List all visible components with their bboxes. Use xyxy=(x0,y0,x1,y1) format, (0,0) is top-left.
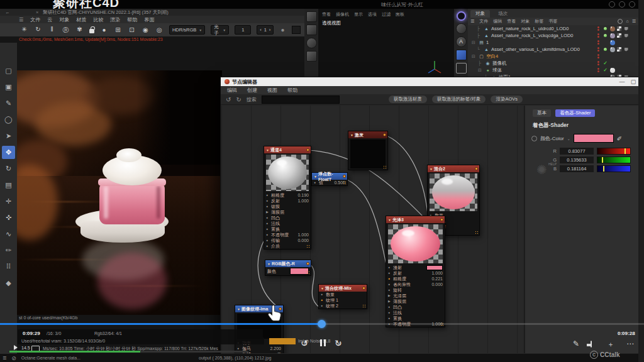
texture-tag-icon[interactable] xyxy=(617,26,621,31)
viewport-menu-item[interactable]: 面板 xyxy=(396,11,404,18)
tool-icon[interactable]: ↻ xyxy=(2,162,15,175)
color-channel-row[interactable]: G 0.135633 xyxy=(550,155,640,164)
visibility-check-icon[interactable]: ✓ xyxy=(603,60,608,66)
minimize-button[interactable]: — xyxy=(616,79,628,85)
color-channel-row[interactable]: B 0.181164 xyxy=(550,164,640,173)
tool-icon[interactable]: ✛ xyxy=(2,195,15,208)
object-label[interactable]: Asset_other_various_L_ukmifdmva_LOD0 xyxy=(491,47,580,52)
maximize-button[interactable]: ▢ xyxy=(628,79,639,85)
layer-dots-icon[interactable] xyxy=(597,40,599,45)
output-socket[interactable] xyxy=(383,133,386,136)
undo-icon[interactable]: ↺ xyxy=(226,96,231,103)
enabled-dot-icon[interactable] xyxy=(604,48,607,51)
hamburger-icon[interactable]: ☰ xyxy=(3,356,6,361)
tool-icon[interactable]: ▣ xyxy=(2,80,15,94)
viewport-menu-item[interactable]: 显示 xyxy=(354,11,363,18)
enabled-dot-icon[interactable] xyxy=(604,34,607,37)
object-label[interactable]: 球体 xyxy=(492,67,502,74)
om-menu-item[interactable]: 标签 xyxy=(535,18,543,25)
live-viewer-icon[interactable] xyxy=(457,11,466,21)
perspective-viewport[interactable]: 查看摄像机显示选项过滤面板 透视视图 xyxy=(318,9,454,77)
tab-objects[interactable]: 对象 xyxy=(470,10,490,18)
material-ball-icon[interactable] xyxy=(610,33,615,38)
menu-item[interactable]: 界面 xyxy=(144,16,154,23)
ne-menu-item[interactable]: 创建 xyxy=(247,87,257,94)
node-param-row[interactable]: ●介质 xyxy=(264,243,311,249)
node-glossy3[interactable]: ▼光泽3 ●漫射 ●反射1.000 ●粗糙度0.221 ●各向异性0.000 ●… xyxy=(386,216,445,327)
tool-icon[interactable]: ✎ xyxy=(2,97,15,110)
home-icon[interactable]: ⌂ xyxy=(626,19,628,24)
get-active-tag-object-button[interactable]: 获取激活的标签/对象 xyxy=(432,96,486,103)
square-outline-icon[interactable] xyxy=(456,63,467,74)
tab-takes[interactable]: 场次 xyxy=(493,10,513,18)
cube-icon[interactable] xyxy=(306,25,317,35)
annotate-pencil-button[interactable]: ✎ xyxy=(573,339,579,348)
menu-item[interactable]: 渲染 xyxy=(110,16,120,23)
colorspace-select[interactable]: HDR/sRGB▼ xyxy=(169,25,205,35)
node-editor-titlebar[interactable]: 节点编辑器 — ▢ xyxy=(221,77,639,86)
node-search-input[interactable] xyxy=(262,96,340,104)
help-pinwheel-icon[interactable]: ✺ xyxy=(534,161,549,178)
channel-value[interactable]: 0.181164 xyxy=(560,165,594,172)
resize-grip[interactable] xyxy=(306,271,310,275)
om-menu-item[interactable]: 文件 xyxy=(479,18,488,25)
menu-item[interactable]: 对象 xyxy=(59,16,69,23)
viewport-menu-item[interactable]: 选项 xyxy=(368,11,377,18)
tag-flag-icon[interactable] xyxy=(625,34,628,38)
toolbar-icon[interactable]: ◉ xyxy=(142,26,150,33)
object-label[interactable]: 摄像机 xyxy=(492,60,507,67)
a-badge-icon[interactable]: A xyxy=(456,36,467,47)
om-menu-item[interactable]: 编辑 xyxy=(493,18,502,25)
output-socket[interactable] xyxy=(475,167,478,170)
channel-value[interactable]: 0.83077 xyxy=(560,148,594,155)
ne-menu-item[interactable]: 编辑 xyxy=(227,87,237,94)
channel-value[interactable]: 0.135633 xyxy=(560,156,594,163)
pip-button[interactable] xyxy=(591,341,592,348)
sphere-icon[interactable] xyxy=(306,38,317,48)
layer-dots-icon[interactable] xyxy=(597,68,599,72)
node-param-row[interactable]: ●纹理 2 xyxy=(319,303,367,309)
material-ball-icon[interactable] xyxy=(610,40,615,45)
tab-shader[interactable]: 着色器-Shader xyxy=(555,109,595,117)
octane-live-viewer[interactable] xyxy=(17,70,222,315)
seekbar-played[interactable] xyxy=(0,323,322,325)
texture-tag-icon[interactable] xyxy=(617,47,621,52)
om-menu-item[interactable]: 书签 xyxy=(548,18,557,25)
skip-back-button[interactable]: ↺10 xyxy=(301,338,308,348)
tool-icon[interactable]: ◆ xyxy=(2,277,15,290)
material-ball-icon[interactable] xyxy=(610,68,615,73)
node-rgb-color[interactable]: ▼RGB颜色-R 颜色 xyxy=(265,260,311,276)
resize-grip[interactable] xyxy=(343,181,347,185)
hamburger-icon[interactable]: ☰ xyxy=(470,19,474,24)
toolbar-icon[interactable]: ↻ xyxy=(34,26,42,35)
object-tree-row[interactable]: ├ ◉ 摄像机 ✓ xyxy=(468,60,638,67)
cube-icon[interactable] xyxy=(306,11,317,22)
viewport-menu-item[interactable]: 过滤 xyxy=(382,11,391,18)
object-label[interactable]: 1 xyxy=(486,40,489,45)
color-socket-icon[interactable] xyxy=(531,136,537,141)
frame-input[interactable]: 1 xyxy=(235,25,251,35)
texture-tag-icon[interactable] xyxy=(617,33,621,38)
layer-dots-icon[interactable] xyxy=(597,33,599,38)
object-tree-row[interactable]: ├ ▲ Asset_nature_rock_L_uldrcd0_LOD0 ✓ xyxy=(468,25,638,32)
cube-icon[interactable] xyxy=(306,51,317,62)
toolbar-icon[interactable]: ‖ xyxy=(48,26,56,35)
menu-item[interactable]: 帮助 xyxy=(127,16,137,23)
tool-icon[interactable]: ⠿ xyxy=(2,260,15,273)
toolbar-icon[interactable]: ✳ xyxy=(20,26,28,35)
tool-icon[interactable]: ∿ xyxy=(2,228,15,241)
object-tree-row[interactable]: ⊟ ● 球体 ✓ xyxy=(468,67,638,74)
node-emission[interactable]: ▼激发 xyxy=(348,131,388,170)
ne-menu-item[interactable]: 视图 xyxy=(267,87,277,94)
tab-basic[interactable]: 基本 xyxy=(533,109,551,117)
output-socket[interactable] xyxy=(306,148,309,151)
seekbar-remaining[interactable] xyxy=(322,323,644,325)
caret-icon[interactable]: ⌄ xyxy=(567,136,570,141)
resize-grip[interactable] xyxy=(475,231,479,234)
skip-forward-button[interactable]: ↻30 xyxy=(335,338,342,348)
tag-flag-icon[interactable] xyxy=(625,48,628,52)
render-aovs-button[interactable]: 渲染AOVs xyxy=(491,96,523,103)
lock-icon[interactable] xyxy=(89,29,94,33)
menu-item[interactable]: 文件 xyxy=(30,16,40,23)
node-mix-texture[interactable]: ▼混合纹理-Mix ●数量 ●纹理 1 ●纹理 2 xyxy=(318,284,367,309)
